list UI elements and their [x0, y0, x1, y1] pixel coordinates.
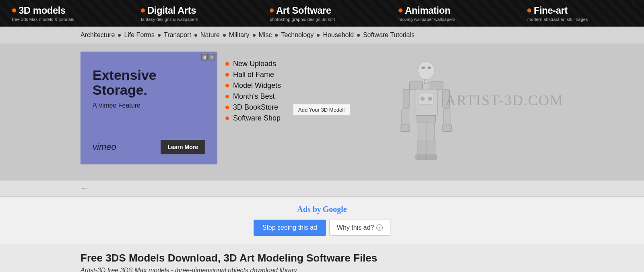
cat-military[interactable]: Military — [229, 31, 250, 39]
cat-separator — [317, 34, 320, 37]
nav-animation[interactable]: Animation moving wallpaper wallpapers — [386, 0, 515, 27]
cat-architecture[interactable]: Architecture — [80, 31, 115, 39]
category-bar: Architecture Life Forms Transport Nature… — [0, 27, 644, 44]
artist3d-logo: ARTIST-3D.COM — [445, 92, 564, 109]
nav-title-animation: Animation — [405, 5, 450, 16]
svg-rect-17 — [418, 122, 426, 141]
svg-rect-14 — [401, 125, 410, 132]
menu-label-software-shop: Software Shop — [233, 114, 281, 123]
svg-rect-20 — [426, 141, 435, 156]
cat-transport[interactable]: Transport — [164, 31, 191, 39]
svg-rect-10 — [403, 89, 410, 108]
google-text: Google — [323, 205, 347, 214]
ad-feature: A Vimeo Feature — [93, 102, 205, 109]
main-wrapper: ⚙ ✕ Extensive Storage. A Vimeo Feature v… — [0, 44, 644, 181]
cat-separator — [253, 34, 256, 37]
menu-3d-bookstore[interactable]: 3D BookStore — [225, 103, 281, 112]
nav-subtitle-3d-models: free 3ds Max models & tutorials — [12, 17, 117, 22]
svg-rect-12 — [402, 109, 409, 126]
menu-label-3d-bookstore: 3D BookStore — [233, 103, 278, 112]
menu-model-widgets[interactable]: Model Widgets — [225, 81, 281, 90]
nav-subtitle-digital-arts: fantasy designs & wallpapers — [141, 17, 246, 22]
ad-controls: ⚙ ✕ — [201, 54, 215, 60]
nav-subtitle-animation: moving wallpaper wallpapers — [398, 17, 503, 22]
cat-separator — [223, 34, 226, 37]
svg-rect-13 — [444, 109, 451, 126]
content-area: ⚙ ✕ Extensive Storage. A Vimeo Feature v… — [0, 48, 644, 172]
cat-misc[interactable]: Misc — [259, 31, 272, 39]
ad-close-button[interactable]: ✕ — [208, 54, 215, 60]
svg-point-0 — [418, 61, 435, 80]
nav-art-software[interactable]: Art Software photoshop graphic design 3d… — [258, 0, 386, 27]
menu-new-uploads[interactable]: New Uploads — [225, 60, 281, 68]
menu-label-hall-of-fame: Hall of Fame — [233, 71, 274, 79]
menu-dot-icon — [225, 116, 229, 120]
learn-more-button[interactable]: Learn More — [161, 140, 205, 154]
svg-rect-3 — [424, 79, 428, 84]
menu-months-best[interactable]: Month's Best — [225, 92, 281, 101]
cat-life-forms[interactable]: Life Forms — [124, 31, 155, 39]
cat-nature[interactable]: Nature — [200, 31, 220, 39]
nav-subtitle-art-software: photoshop graphic design 3d soft — [270, 17, 374, 22]
nav-dot — [12, 8, 16, 12]
cat-software-tutorials[interactable]: Software Tutorials — [363, 31, 415, 39]
ads-by-google-label: Ads by Google — [297, 205, 347, 214]
nav-fine-art[interactable]: Fine-art modern abstract artists images — [515, 0, 644, 27]
cat-separator — [118, 34, 121, 37]
ads-section: Ads by Google Stop seeing this ad Why th… — [0, 197, 644, 244]
menu-list: New Uploads Hall of Fame Model Widgets M… — [225, 52, 281, 164]
svg-point-9 — [428, 97, 432, 100]
menu-label-model-widgets: Model Widgets — [233, 81, 281, 90]
svg-rect-1 — [422, 67, 425, 69]
cat-technology[interactable]: Technology — [281, 31, 314, 39]
menu-dot-icon — [225, 95, 229, 98]
menu-dot-icon — [225, 73, 229, 77]
svg-rect-16 — [417, 116, 436, 123]
page-footer: Free 3DS Models Download, 3D Art Modelin… — [0, 244, 644, 272]
ad-bottom: vimeo Learn More — [93, 140, 205, 154]
add-model-button[interactable]: Add Your 3D Model! — [293, 104, 350, 116]
nav-dot — [527, 8, 531, 12]
page-subtitle: Artist-3D free 3DS Max models - three-di… — [80, 267, 564, 272]
svg-rect-18 — [426, 122, 434, 141]
nav-subtitle-fine-art: modern abstract artists images — [527, 17, 632, 22]
menu-label-new-uploads: New Uploads — [233, 60, 276, 68]
menu-hall-of-fame[interactable]: Hall of Fame — [225, 71, 281, 79]
ad-box: ⚙ ✕ Extensive Storage. A Vimeo Feature v… — [80, 52, 217, 164]
top-nav: 3D models free 3ds Max models & tutorial… — [0, 0, 644, 27]
svg-point-8 — [421, 97, 424, 100]
svg-rect-4 — [409, 82, 422, 89]
nav-3d-models[interactable]: 3D models free 3ds Max models & tutorial… — [0, 0, 129, 27]
menu-software-shop[interactable]: Software Shop — [225, 114, 281, 123]
ads-by-text: Ads by — [297, 205, 321, 214]
nav-dot — [270, 8, 274, 12]
stop-seeing-ad-button[interactable]: Stop seeing this ad — [254, 220, 326, 236]
why-ad-text: Why this ad? — [337, 224, 374, 231]
info-icon: i — [376, 224, 383, 231]
right-content: New Uploads Hall of Fame Model Widgets M… — [225, 52, 564, 164]
nav-digital-arts[interactable]: Digital Arts fantasy designs & wallpaper… — [129, 0, 258, 27]
cat-separator — [194, 34, 197, 37]
nav-arrow-bar: ← — [0, 181, 644, 197]
cat-separator — [357, 34, 360, 37]
svg-rect-22 — [425, 155, 437, 159]
ad-headline: Extensive Storage. — [93, 68, 205, 98]
svg-rect-5 — [430, 82, 443, 89]
ad-settings-button[interactable]: ⚙ — [201, 54, 208, 60]
svg-rect-2 — [428, 67, 431, 69]
menu-label-months-best: Month's Best — [233, 92, 275, 101]
robot-area: Add Your 3D Model! ARTIST-3D.COM — [289, 52, 564, 164]
nav-title-fine-art: Fine-art — [534, 5, 568, 16]
svg-rect-19 — [417, 141, 426, 156]
menu-dot-icon — [225, 106, 229, 109]
nav-dot — [141, 8, 145, 12]
why-this-ad-button[interactable]: Why this ad? i — [329, 220, 390, 236]
cat-separator — [275, 34, 278, 37]
nav-dot — [398, 8, 402, 12]
cat-separator — [158, 34, 161, 37]
back-arrow-button[interactable]: ← — [80, 184, 89, 193]
nav-title-art-software: Art Software — [276, 5, 331, 16]
menu-dot-icon — [225, 84, 229, 87]
menu-dot-icon — [225, 62, 229, 66]
cat-household[interactable]: Household — [323, 31, 354, 39]
